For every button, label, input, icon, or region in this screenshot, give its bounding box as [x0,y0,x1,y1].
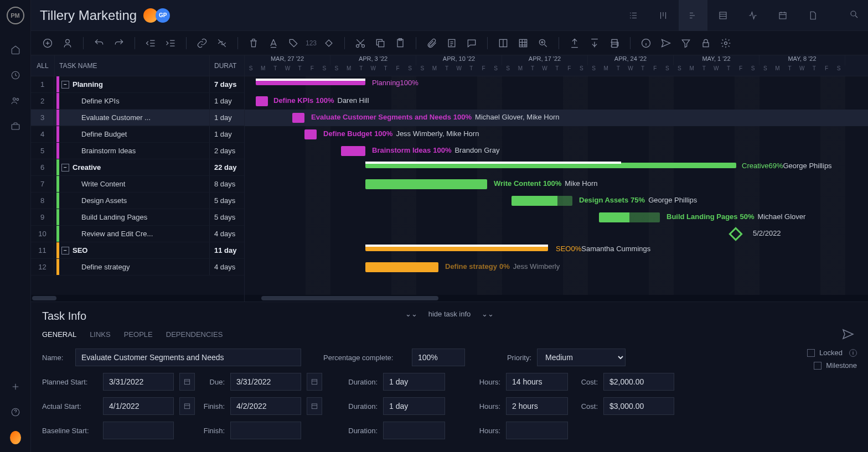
hide-task-info-button[interactable]: ⌄⌄ hide task info ⌄⌄ [405,310,494,318]
collapse-icon[interactable]: − [61,247,69,254]
view-file-icon[interactable] [798,0,827,31]
text-icon[interactable] [266,35,281,51]
view-activity-icon[interactable] [738,0,767,31]
briefcase-icon[interactable] [10,121,21,132]
home-icon[interactable] [10,44,21,55]
priority-select[interactable]: Medium [537,349,626,366]
add-button[interactable] [40,35,55,51]
help-icon[interactable] [10,407,21,418]
gantt-bar[interactable] [512,196,572,206]
view-list-icon[interactable] [619,0,648,31]
table-row[interactable]: 11 − SEO 11 day [31,242,244,259]
gantt-bar[interactable] [365,179,487,189]
filter-icon[interactable] [678,35,694,51]
redo-icon[interactable] [111,35,127,51]
grid-icon[interactable] [515,35,531,51]
tab-people[interactable]: PEOPLE [124,330,153,339]
columns-icon[interactable] [495,35,511,51]
col-duration[interactable]: DURAT [210,62,244,70]
col-all[interactable]: ALL [31,62,54,70]
user-avatar-icon[interactable] [10,432,21,443]
col-name[interactable]: TASK NAME [54,55,210,76]
gantt-bar[interactable] [256,80,365,85]
unlink-icon[interactable] [214,35,230,51]
view-gantt-icon[interactable] [679,0,707,31]
avatar-stack[interactable]: GP [146,8,170,23]
calendar-icon[interactable] [179,397,195,415]
add-icon[interactable] [10,381,21,392]
calendar-icon[interactable] [307,373,322,391]
outdent-icon[interactable] [143,35,158,51]
grid-scrollbar[interactable] [31,295,244,302]
hours-input[interactable] [506,422,568,439]
cost-input[interactable] [603,373,674,391]
milestone-icon[interactable] [321,35,337,51]
comment-icon[interactable] [464,35,479,51]
table-row[interactable]: 3 Evaluate Customer ... 1 day [31,110,244,126]
finish-input[interactable] [230,422,301,439]
baseline-start-input[interactable] [103,422,174,439]
milestone-checkbox[interactable]: Milestone [807,361,857,370]
duration-input[interactable] [383,397,445,415]
collapse-icon[interactable]: − [61,164,69,172]
table-row[interactable]: 8 Design Assets 5 days [31,193,244,209]
calendar-icon[interactable] [307,397,322,415]
finish-input[interactable] [230,397,301,415]
send-icon[interactable] [841,328,855,342]
table-row[interactable]: 10 Review and Edit Cre... 4 days [31,226,244,242]
duration-input[interactable] [383,422,445,439]
lock-icon[interactable] [698,35,714,51]
gantt-bar[interactable] [365,262,438,272]
tab-general[interactable]: GENERAL [42,330,76,339]
print-icon[interactable] [607,35,622,51]
import-icon[interactable] [587,35,602,51]
note-icon[interactable] [444,35,459,51]
gantt-bar[interactable] [365,246,548,251]
hours-input[interactable] [506,373,568,391]
assign-icon[interactable] [60,35,75,51]
cost-input[interactable] [603,397,674,415]
search-icon[interactable] [849,9,859,21]
table-row[interactable]: 9 Build Landing Pages 5 days [31,209,244,226]
settings-icon[interactable] [718,35,733,51]
table-row[interactable]: 2 Define KPIs 1 day [31,93,244,110]
actual-start-input[interactable] [103,397,174,415]
gantt-body[interactable]: Planning100%Define KPIs100%Daren HillEva… [245,76,868,295]
people-icon[interactable] [10,95,21,106]
delete-icon[interactable] [246,35,261,51]
name-input[interactable] [75,349,301,366]
link-icon[interactable] [194,35,210,51]
cut-icon[interactable] [353,35,368,51]
view-sheet-icon[interactable] [709,0,737,31]
gantt-bar[interactable] [365,163,736,168]
gantt-bar[interactable] [599,212,660,222]
table-row[interactable]: 12 Define strategy 4 days [31,259,244,276]
collapse-icon[interactable]: − [61,81,69,89]
calendar-icon[interactable] [179,373,195,391]
hours-input[interactable] [506,397,568,415]
table-row[interactable]: 7 Write Content 8 days [31,176,244,193]
tag-icon[interactable] [286,35,301,51]
gantt-bar[interactable] [292,113,304,123]
undo-icon[interactable] [91,35,107,51]
table-row[interactable]: 1 − Planning 7 days [31,76,244,93]
clock-icon[interactable] [10,70,21,81]
tab-dependencies[interactable]: DEPENDENCIES [166,330,223,339]
table-row[interactable]: 4 Define Budget 1 day [31,126,244,143]
paste-icon[interactable] [392,35,408,51]
attachment-icon[interactable] [424,35,440,51]
gantt-bar[interactable] [304,129,317,139]
export-icon[interactable] [567,35,582,51]
due-input[interactable] [230,373,301,391]
avatar[interactable]: GP [156,8,170,23]
zoom-icon[interactable] [535,35,551,51]
milestone-diamond[interactable] [728,227,742,241]
info-icon[interactable] [638,35,654,51]
view-calendar-icon[interactable] [768,0,797,31]
gantt-scrollbar[interactable] [245,295,868,302]
app-logo[interactable]: PM [7,7,24,24]
pct-input[interactable] [412,349,465,366]
table-row[interactable]: 6 − Creative 22 day [31,159,244,176]
send-icon[interactable] [658,35,674,51]
view-board-icon[interactable] [649,0,678,31]
